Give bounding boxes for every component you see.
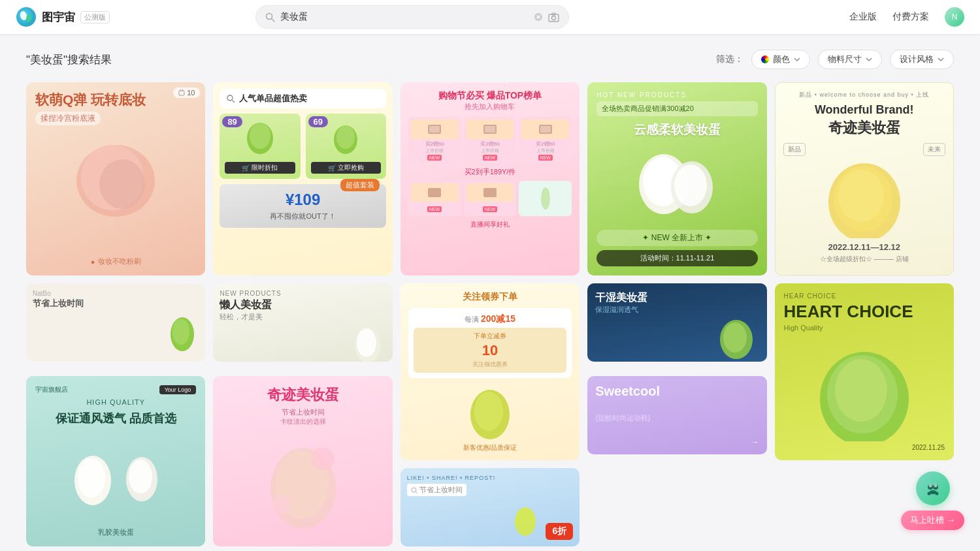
card-subtitle: High Quality [784, 324, 945, 332]
user-avatar[interactable]: N [945, 7, 964, 27]
product-visual [783, 160, 945, 238]
product-visual [595, 315, 759, 360]
card-title: 购物节必买 爆品TOP榜单 [408, 90, 572, 102]
svg-point-55 [273, 496, 291, 514]
quality-subtitle: HIGH QUALITY [35, 398, 196, 406]
main-header: 图宇宙 公测版 企业版 付费方案 N [0, 0, 980, 34]
card-likei[interactable]: LIKE! • SHARE! • REPOST! 节省上妆时间 6折 [400, 468, 580, 546]
results-title: "美妆蛋"搜索结果 [26, 52, 112, 67]
svg-rect-8 [549, 14, 559, 22]
svg-rect-22 [429, 126, 440, 133]
svg-line-4 [272, 19, 274, 22]
svg-point-49 [78, 458, 105, 497]
chevron-down-icon-2 [866, 57, 872, 61]
svg-point-64 [927, 492, 930, 496]
main-content: "美妆蛋"搜索结果 筛选： 颜色 物料尺寸 设计风格 10 [0, 34, 980, 551]
card-badge: 10 [173, 87, 200, 98]
color-dot-icon [761, 55, 769, 63]
svg-point-20 [336, 125, 355, 149]
card-subtitle: {甜酷时尚运动鞋} [595, 413, 759, 423]
card-subtitle: 抢先加入购物车 [408, 102, 572, 112]
svg-rect-27 [428, 188, 441, 197]
svg-rect-26 [540, 126, 551, 133]
svg-point-61 [928, 484, 932, 488]
card-subtitle: 保湿滋润透气 [595, 305, 759, 315]
card-save-time[interactable]: NatBo 节省上妆时间 [26, 283, 205, 362]
color-filter-btn[interactable]: 颜色 [751, 50, 810, 69]
svg-point-18 [250, 123, 270, 149]
bottom-content: 6折 [407, 501, 573, 540]
search-bar[interactable] [255, 5, 569, 29]
svg-point-33 [674, 165, 707, 206]
svg-point-38 [172, 319, 189, 345]
card-title: HEART CHOICE [784, 302, 945, 321]
size-filter-btn[interactable]: 物料尺寸 [818, 50, 882, 69]
chat-avatar[interactable] [916, 471, 950, 505]
camera-icon[interactable] [548, 12, 559, 22]
product-visual [220, 322, 385, 362]
card-subtitle: NEW PRODUCTS [220, 290, 385, 297]
chat-float: 马上吐槽 → [901, 471, 964, 530]
enterprise-link[interactable]: 企业版 [849, 11, 877, 23]
card-subtitle: 奇迹美妆蛋 [783, 118, 945, 138]
chat-bubble[interactable]: 马上吐槽 → [901, 511, 964, 530]
product-grid: 89 🛒限时折扣 69 🛒立即抢购 [220, 114, 385, 179]
card-title: Wonderful Brand! [783, 103, 945, 117]
product-visual [596, 145, 757, 223]
card-follow-coupon[interactable]: 关注领券下单 每满 200减15 下单立减券 10 关注领优惠券 新客优惠/品质… [400, 283, 580, 460]
side-tags: 新品 未来 [783, 143, 945, 156]
date-text: 活动时间：11.11-11.21 [596, 250, 757, 266]
discount-box: 每满 200减15 下单立减券 10 关注领优惠券 [408, 308, 572, 378]
top-strip: 新品 • welcome to choose and buy • 上线 [783, 91, 945, 99]
svg-point-65 [935, 492, 938, 496]
product-2: 69 🛒立即抢购 [306, 114, 386, 179]
card-bottom-text: ●妆妆不吃粉刷 [26, 257, 205, 266]
card-title: 节省上妆时间 [33, 298, 199, 309]
card-popular[interactable]: 人气单品超值热卖 89 🛒限时折扣 69 🛒立即抢购 [213, 82, 392, 276]
brand-name: NatBo [33, 290, 199, 297]
svg-point-51 [129, 460, 152, 494]
results-header: "美妆蛋"搜索结果 筛选： 颜色 物料尺寸 设计风格 [26, 50, 954, 69]
card-soft-q[interactable]: 10 软萌Q弹 玩转底妆 揉捏冷宫粉底液 ●妆妆不吃粉刷 [26, 82, 205, 276]
card-shopping[interactable]: 购物节必买 爆品TOP榜单 抢先加入购物车 买2赠60 上市价格 NEW 买2赠… [400, 82, 580, 276]
header-right: 企业版 付费方案 N [849, 7, 964, 27]
card-heart-choice[interactable]: HEAR CHOICE HEART CHOICE High Quality 20… [775, 283, 954, 460]
size-filter-label: 物料尺寸 [828, 54, 862, 65]
svg-point-14 [99, 159, 145, 209]
svg-line-57 [416, 492, 417, 493]
card-title: 关注领券下单 [408, 291, 572, 303]
products-bottom: NEW NEW [408, 181, 572, 216]
svg-point-9 [551, 16, 555, 20]
card-title: 云感柔软美妆蛋 [596, 121, 757, 138]
card-wonderful[interactable]: 新品 • welcome to choose and buy • 上线 Wond… [775, 82, 954, 276]
svg-point-36 [838, 170, 884, 222]
chevron-down-icon-3 [938, 57, 944, 61]
svg-point-62 [934, 484, 937, 488]
promo-banner: 全场热卖商品促销满300减20 [596, 101, 757, 116]
public-badge: 公测版 [80, 11, 110, 24]
card-sweetcool[interactable]: Sweetcool {甜酷时尚运动鞋} → [587, 376, 766, 454]
product-1: 89 🛒限时折扣 [220, 114, 300, 179]
svg-point-29 [541, 187, 550, 210]
card-miracle[interactable]: 奇迹美妆蛋 节省上妆时间 卡纹淡出的选择 [213, 376, 392, 547]
clear-icon[interactable] [534, 12, 543, 22]
card-cloud-soft[interactable]: HOT NEW PRODUCTS 全场热卖商品促销满300减20 云感柔软美妆蛋… [587, 82, 766, 276]
live-text: 直播间享好礼 [408, 220, 572, 229]
card-drywet[interactable]: 干湿美妆蛋 保湿滋润透气 [587, 283, 766, 362]
search-icon [265, 12, 275, 22]
search-input[interactable] [280, 12, 529, 22]
desc-text: 新客优惠/品质保证 [408, 443, 572, 452]
product-visual [35, 138, 196, 223]
filter-area: 筛选： 颜色 物料尺寸 设计风格 [716, 50, 954, 69]
pricing-link[interactable]: 付费方案 [892, 11, 929, 23]
card-lazy-beauty[interactable]: NEW PRODUCTS 懒人美妆蛋 轻松，才是美 [213, 283, 392, 362]
card-title: Sweetcool [595, 384, 759, 399]
card-title: 人气单品超值热卖 [239, 93, 307, 104]
card-header-text: HOT NEW PRODUCTS [596, 91, 757, 99]
card-title: 奇迹美妆蛋 [222, 385, 383, 405]
style-filter-label: 设计风格 [900, 54, 934, 65]
card-sub2: 卡纹淡出的选择 [222, 417, 383, 426]
style-filter-btn[interactable]: 设计风格 [890, 50, 954, 69]
bottom-text: ☆全场超级折扣☆ ——— 店铺 [783, 255, 945, 264]
card-quality[interactable]: 宇宙旗舰店 Your Logo HIGH QUALITY 保证通风透气 品质首选… [26, 376, 205, 547]
